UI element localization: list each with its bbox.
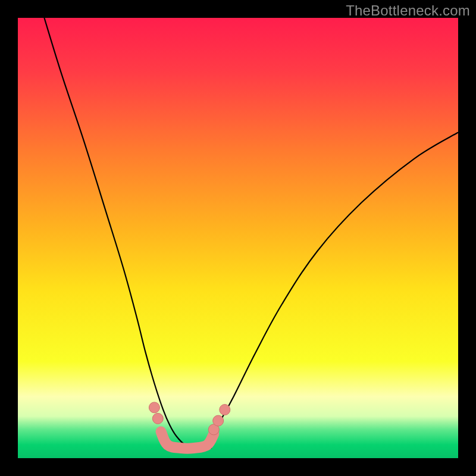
watermark-text: TheBottleneck.com (346, 2, 470, 19)
thick-bottom-arc (161, 432, 214, 449)
curves-layer (18, 18, 458, 458)
marker-dot (220, 405, 230, 415)
right-curve (194, 132, 458, 448)
left-curve (44, 18, 194, 448)
outer-frame: TheBottleneck.com (0, 0, 476, 476)
marker-dot (149, 402, 159, 413)
plot-area (18, 18, 458, 458)
marker-dot (213, 415, 224, 426)
marker-dot (152, 413, 163, 424)
